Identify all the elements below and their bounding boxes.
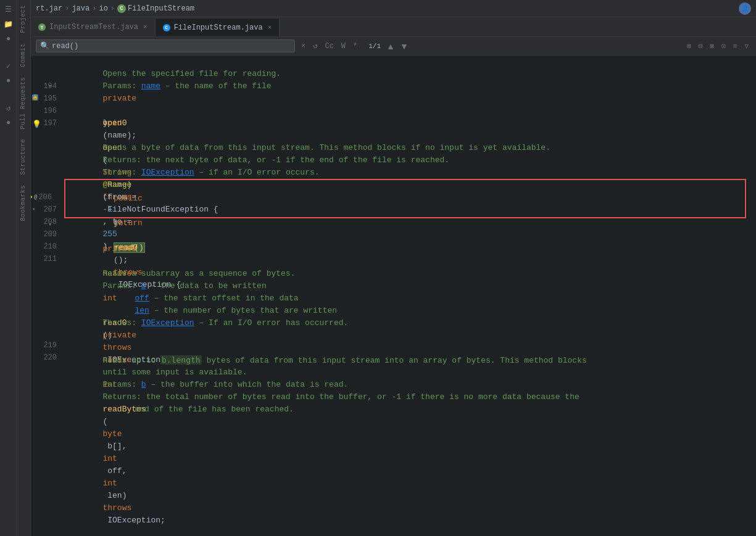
code-line-206: public int read() throws IOException {	[65, 180, 745, 192]
code-annotation: @Range (from = -1 , to = 255 )	[64, 167, 756, 179]
code-line-211	[64, 243, 756, 255]
doc-r3-line2: until some input is available.	[64, 354, 756, 366]
sidebar-icon-4[interactable]: ●	[2, 116, 15, 130]
search-case-btn[interactable]: Cc	[322, 41, 336, 52]
search-extra-buttons: ⊞ ⊟ ⊠ ⊡ ≡ ▽	[684, 41, 751, 51]
code-line-219: private native int readBytes ( byte b[],…	[64, 317, 756, 329]
line-num-206: ● ● @ 206 ▾	[31, 191, 62, 204]
line-num-doc-r3-3	[31, 389, 62, 401]
breadcrumb-sep3: ›	[110, 4, 115, 13]
line-num-doc-r3-6	[31, 426, 62, 438]
code-line-195: open0 (name);	[64, 93, 756, 105]
doc-rb-throws: Throws: IOException – If an I/O error ha…	[64, 305, 756, 317]
search-btn-2[interactable]: ⊟	[696, 41, 705, 51]
sidebar-icon-1[interactable]: ☰	[2, 2, 15, 16]
fold-marker-208[interactable]: ▾	[46, 218, 52, 225]
search-btn-1[interactable]: ⊞	[684, 41, 694, 51]
doc-read-line2: Returns: the next byte of data, or -1 if…	[64, 142, 756, 154]
breadcrumb-io: io	[99, 4, 107, 13]
code-line-194: private void open ( String name) throws …	[64, 80, 756, 93]
left-sidebar: ☰ 📁 ● ✓ ● ↺ ●	[0, 0, 17, 536]
line-numbers-gutter: 194 ▾ 195 🔒 196 197 💡 ●	[31, 56, 62, 536]
lock-icon: 🔒	[32, 94, 38, 101]
tab-close-fileinputstream[interactable]: ×	[268, 24, 272, 31]
line-num-doc-r3-5	[31, 413, 62, 426]
line-num-blank2	[31, 68, 62, 80]
doc-r3-line1: Reads up to b.length bytes of data from …	[64, 342, 756, 354]
doc-r3-returns1: Returns: the total number of bytes read …	[64, 379, 756, 391]
label-pull-requests[interactable]: Pull Requests	[17, 72, 30, 134]
breadcrumb-bar: rt.jar › java › io › C FileInputStream 👤	[31, 0, 756, 17]
search-btn-5[interactable]: ≡	[731, 41, 740, 51]
search-input-wrap[interactable]: 🔍	[36, 39, 295, 52]
search-prev-btn[interactable]: ▲	[384, 41, 397, 51]
gutter-at2-206: @	[34, 191, 37, 204]
search-actions: × ↺ Cc W *	[299, 40, 360, 52]
tab-close-inputstreamtest[interactable]: ×	[143, 23, 147, 31]
line-num-blank1	[31, 56, 62, 68]
search-icon: 🔍	[40, 41, 49, 51]
sidebar-icon-pull[interactable]: ↺	[2, 101, 15, 115]
fold-arrow-194[interactable]: ▾	[48, 80, 51, 93]
line-num-208: 208 ▾	[31, 216, 62, 228]
search-filter-btn[interactable]: ▽	[742, 41, 751, 51]
sidebar-icon-2[interactable]: ●	[2, 32, 15, 46]
search-count: 1/1	[368, 43, 381, 50]
tab-label-inputstreamtest: InputStreamTest.java	[49, 23, 138, 31]
code-line-220	[64, 329, 756, 342]
search-word-btn[interactable]: W	[339, 41, 348, 52]
line-num-219: 219	[31, 339, 62, 352]
fileinputstream-tab-icon: C	[163, 24, 170, 31]
line-num-doc2	[31, 142, 62, 154]
lightbulb-icon[interactable]: 💡	[32, 118, 41, 131]
inputstreamtest-icon: T	[38, 23, 46, 31]
tabs-bar: T InputStreamTest.java × C FileInputStre…	[31, 17, 756, 37]
search-btn-4[interactable]: ⊡	[719, 41, 728, 51]
line-num-doc-rb2	[31, 278, 62, 290]
sidebar-icon-commit[interactable]: ✓	[2, 59, 15, 73]
line-num-194: 194 ▾	[31, 80, 62, 93]
search-clear-btn[interactable]: ×	[299, 41, 308, 52]
doc-rb-params-len: len – the number of bytes that are writt…	[64, 292, 756, 305]
doc-open-line2: Params: name – the name of the file	[64, 68, 756, 80]
doc-rb-params-off: off – the start offset in the data	[64, 280, 756, 292]
line-num-220: 220	[31, 352, 62, 364]
search-regex-btn[interactable]: *	[351, 41, 360, 52]
label-commit[interactable]: Commit	[17, 38, 30, 72]
code-line-209	[64, 218, 756, 231]
tab-fileinputstream[interactable]: C FileInputStream.java ×	[156, 18, 280, 36]
gutter-at-206: ●	[31, 191, 33, 204]
side-labels: Project Commit Pull Requests Structure B…	[17, 0, 31, 536]
line-num-210: 210	[31, 241, 62, 253]
line-num-anno	[31, 179, 62, 191]
main-area: rt.jar › java › io › C FileInputStream 👤…	[31, 0, 756, 536]
line-num-196: 196	[31, 105, 62, 117]
line-num-doc-rb3	[31, 290, 62, 302]
label-bookmarks[interactable]: Bookmarks	[17, 180, 30, 226]
line-num-doc-rb1	[31, 265, 62, 278]
sidebar-icon-3[interactable]: ●	[2, 74, 15, 88]
search-reset-btn[interactable]: ↺	[310, 40, 320, 52]
line-num-197: 197 💡	[31, 117, 62, 130]
line-num-211: 211	[31, 253, 62, 265]
doc-open-line1: Opens the specified file for reading.	[64, 56, 756, 68]
label-structure[interactable]: Structure	[17, 134, 30, 180]
doc-read-line1: Reads a byte of data from this input str…	[64, 130, 756, 142]
tab-inputstreamtest[interactable]: T InputStreamTest.java ×	[31, 18, 156, 36]
search-nav-buttons: ▲ ▼	[384, 41, 410, 51]
search-input[interactable]	[52, 42, 291, 51]
code-line-210: private native int read0 () throws IOExc…	[64, 231, 756, 243]
search-next-btn[interactable]: ▼	[398, 41, 410, 51]
breadcrumb-sep2: ›	[92, 4, 96, 13]
doc-r3-params: Params: b – the buffer into which the da…	[64, 366, 756, 379]
label-project[interactable]: Project	[17, 0, 30, 38]
search-btn-3[interactable]: ⊠	[708, 41, 717, 51]
line-num-195: 195 🔒	[31, 93, 62, 105]
doc-r3-returns2: end of the file has been reached.	[64, 391, 756, 403]
line-num-doc4	[31, 167, 62, 179]
doc-rb-line1: Reads a subarray as a sequence of bytes.	[64, 255, 756, 268]
sidebar-icon-project[interactable]: 📁	[2, 17, 15, 31]
doc-read-throws: Throws: IOException – if an I/O error oc…	[64, 154, 756, 167]
line-num-doc1	[31, 130, 62, 142]
breadcrumb-class: FileInputStream	[128, 4, 194, 13]
